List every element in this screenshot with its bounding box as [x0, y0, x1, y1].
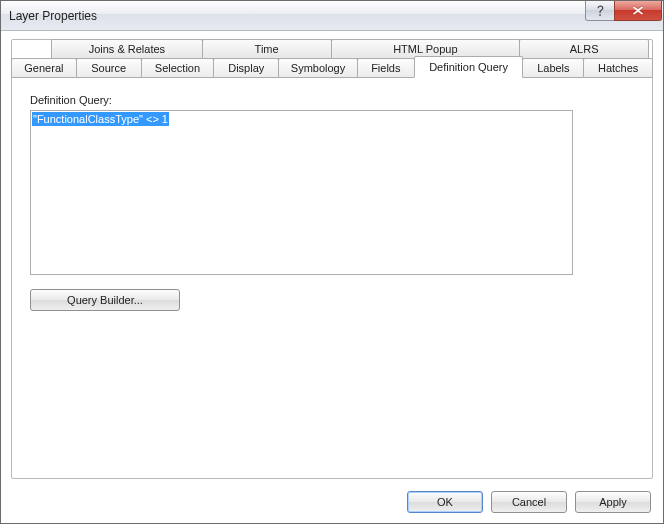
query-builder-button[interactable]: Query Builder...: [30, 289, 180, 311]
query-text-selected: "FunctionalClassType" <> 1: [32, 112, 169, 126]
tab-row-back: Joins & Relates Time HTML Popup ALRS: [11, 39, 653, 59]
tabs-container: Joins & Relates Time HTML Popup ALRS Gen…: [11, 39, 653, 479]
tab-selection[interactable]: Selection: [141, 58, 215, 78]
tab-fields[interactable]: Fields: [357, 58, 415, 78]
tab-alrs[interactable]: ALRS: [519, 39, 649, 59]
close-button[interactable]: [614, 1, 662, 21]
definition-query-panel: Definition Query: "FunctionalClassType" …: [12, 80, 652, 478]
cancel-button[interactable]: Cancel: [491, 491, 567, 513]
tab-time[interactable]: Time: [202, 39, 332, 59]
titlebar[interactable]: Layer Properties: [1, 1, 663, 31]
dialog-content: Joins & Relates Time HTML Popup ALRS Gen…: [1, 31, 663, 523]
tab-display[interactable]: Display: [213, 58, 279, 78]
tab-source[interactable]: Source: [76, 58, 142, 78]
tab-joins-relates[interactable]: Joins & Relates: [51, 39, 203, 59]
tab-hatches[interactable]: Hatches: [583, 58, 653, 78]
tab-general[interactable]: General: [11, 58, 77, 78]
layer-properties-dialog: Layer Properties Joins & Relates Time HT…: [0, 0, 664, 524]
apply-button[interactable]: Apply: [575, 491, 651, 513]
definition-query-label: Definition Query:: [30, 94, 634, 106]
tab-symbology[interactable]: Symbology: [278, 58, 358, 78]
title-controls: [585, 1, 662, 21]
tab-row-front: General Source Selection Display Symbolo…: [11, 58, 653, 78]
close-icon: [632, 5, 644, 16]
ok-button[interactable]: OK: [407, 491, 483, 513]
tab-rows: Joins & Relates Time HTML Popup ALRS Gen…: [11, 39, 653, 78]
help-button[interactable]: [585, 1, 615, 21]
dialog-button-bar: OK Cancel Apply: [407, 491, 651, 513]
tab-definition-query[interactable]: Definition Query: [414, 56, 524, 78]
help-icon: [595, 5, 606, 17]
tab-labels[interactable]: Labels: [522, 58, 584, 78]
definition-query-input[interactable]: "FunctionalClassType" <> 1: [30, 110, 573, 275]
window-title: Layer Properties: [9, 9, 97, 23]
